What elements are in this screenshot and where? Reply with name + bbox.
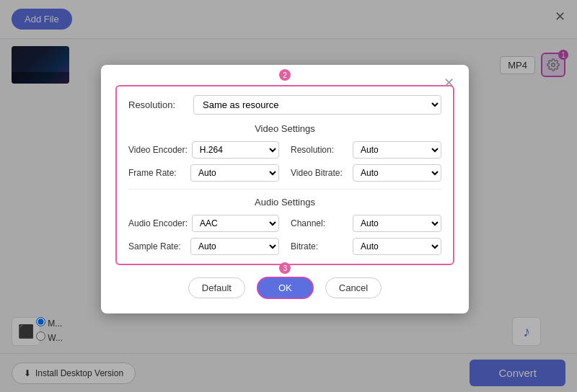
frame-rate-label: Frame Rate: <box>128 168 186 178</box>
resolution-right-label: Resolution: <box>291 145 348 155</box>
video-bitrate-select[interactable]: Auto <box>353 164 441 182</box>
channel-label: Channel: <box>291 218 348 228</box>
channel-row: Channel: Auto <box>291 215 441 232</box>
audio-settings-grid: Audio Encoder: AAC MP3 Channel: Auto Sam… <box>128 215 441 255</box>
settings-dialog: 2 ✕ Resolution: Same as resource 1080p 7… <box>101 65 469 313</box>
resolution-top-select[interactable]: Same as resource 1080p 720p <box>193 95 441 115</box>
video-settings-title: Video Settings <box>128 123 441 134</box>
audio-encoder-select[interactable]: AAC MP3 <box>192 215 279 232</box>
audio-settings-title: Audio Settings <box>128 197 441 208</box>
resolution-top-label: Resolution: <box>128 99 193 110</box>
video-bitrate-label: Video Bitrate: <box>291 168 348 178</box>
sample-rate-label: Sample Rate: <box>128 241 186 251</box>
cancel-button[interactable]: Cancel <box>325 277 382 298</box>
bitrate-select[interactable]: Auto <box>353 238 441 255</box>
video-bitrate-row: Video Bitrate: Auto <box>291 164 441 182</box>
dialog-badge-2: 2 <box>279 69 291 81</box>
frame-rate-row: Frame Rate: Auto <box>128 164 279 182</box>
video-encoder-label: Video Encoder: <box>128 145 188 155</box>
ok-button[interactable]: OK <box>257 277 314 299</box>
default-button[interactable]: Default <box>188 277 245 298</box>
video-encoder-select[interactable]: H.264 H.265 <box>192 141 279 159</box>
resolution-right-select[interactable]: Auto <box>353 141 441 159</box>
audio-encoder-label: Audio Encoder: <box>128 218 188 228</box>
app-background: Add File ✕ MP4 1 ⬛ M... <box>0 0 577 392</box>
sample-rate-row: Sample Rate: Auto <box>128 238 279 255</box>
audio-encoder-row: Audio Encoder: AAC MP3 <box>128 215 279 232</box>
dialog-close-button[interactable]: ✕ <box>444 76 454 89</box>
settings-box: Resolution: Same as resource 1080p 720p … <box>115 85 454 265</box>
frame-rate-select[interactable]: Auto <box>190 164 279 182</box>
video-settings-grid: Video Encoder: H.264 H.265 Resolution: A… <box>128 141 441 182</box>
resolution-right-row: Resolution: Auto <box>291 141 441 159</box>
dialog-footer: Default 3 OK Cancel <box>115 277 454 299</box>
bitrate-row: Bitrate: Auto <box>291 238 441 255</box>
channel-select[interactable]: Auto <box>353 215 441 232</box>
ok-badge: 3 <box>279 262 291 274</box>
resolution-top-row: Resolution: Same as resource 1080p 720p <box>128 95 441 115</box>
ok-wrapper: 3 OK <box>257 277 314 299</box>
bitrate-label: Bitrate: <box>291 241 348 251</box>
sample-rate-select[interactable]: Auto <box>190 238 279 255</box>
video-encoder-row: Video Encoder: H.264 H.265 <box>128 141 279 159</box>
settings-divider <box>128 189 441 190</box>
